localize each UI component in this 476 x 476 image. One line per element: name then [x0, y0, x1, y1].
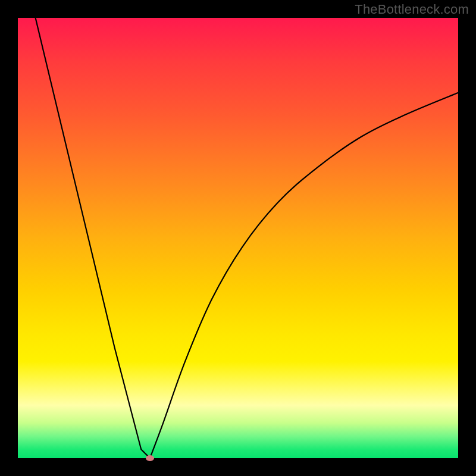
optimum-marker [146, 455, 154, 461]
plot-area [18, 18, 458, 458]
curve-right-branch [150, 93, 458, 458]
curve-left-branch [36, 18, 150, 458]
bottleneck-curve [18, 18, 458, 458]
watermark-text: TheBottleneck.com [355, 2, 469, 17]
chart-frame: TheBottleneck.com [0, 0, 476, 476]
